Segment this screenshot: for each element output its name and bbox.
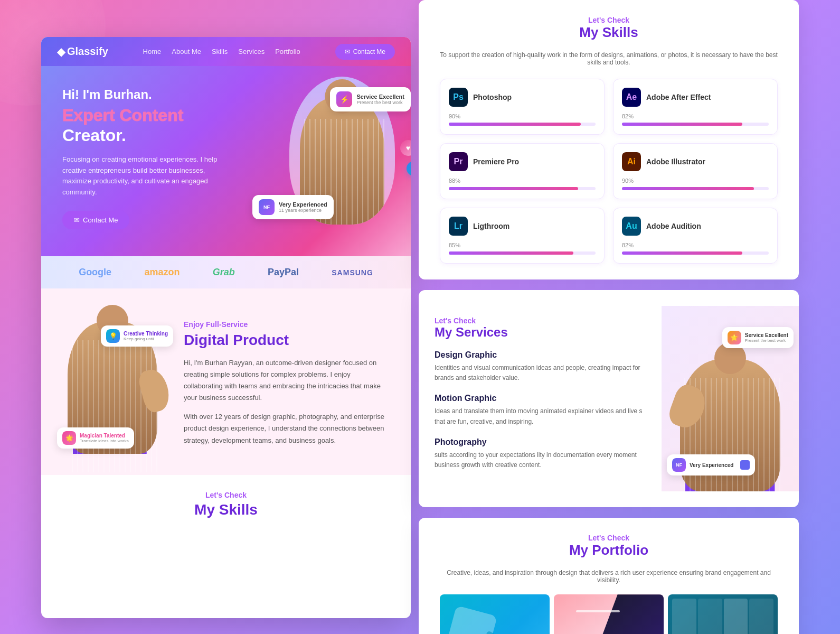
magician-card-text: Magician Talented Translate ideas into w…	[80, 433, 129, 443]
services-panel: Let's Check My Services Design Graphic I…	[419, 290, 799, 507]
skill-bar-bg-1	[622, 123, 769, 126]
digital-content: Enjoy Full-Service Digital Product Hi, I…	[184, 310, 390, 454]
digital-title: Digital Product	[184, 332, 390, 349]
nav-logo: ◆ Glassify	[57, 45, 108, 58]
brands-section: Google amazon Grab PayPal SAMSUNG	[41, 256, 411, 288]
skills-teaser-section: Let's Check My Skills	[41, 475, 411, 534]
samsung-logo: SAMSUNG	[332, 268, 373, 277]
skill-card-4: Lr Ligthroom 85%	[440, 208, 605, 264]
services-float-text: Service Excellent Present the best work	[745, 332, 788, 343]
service-excellent-card: ⚡ Service Excellent Present the best wor…	[330, 87, 411, 111]
magician-talented-card: 🌟 Magician Talented Translate ideas into…	[57, 427, 134, 449]
service-sub: Present the best work	[356, 100, 404, 105]
service-title: Service Excellent	[356, 94, 404, 100]
portfolio-subtitle: Let's Check	[440, 534, 778, 542]
creative-icon: 💡	[106, 329, 120, 343]
grab-logo: Grab	[213, 267, 235, 278]
nav-contact-button[interactable]: ✉ Contact Me	[335, 44, 395, 60]
service-item-desc-1: Ideas and translate them into moving ani…	[435, 406, 646, 426]
skill-bar-fill-3	[622, 187, 754, 190]
logo-text: Glassify	[67, 45, 108, 58]
nav-portfolio[interactable]: Portfolio	[275, 48, 300, 55]
skills-teaser-subtitle: Let's Check	[62, 491, 390, 499]
skill-header-3: Ai Adobe Illustrator	[622, 152, 769, 171]
skill-bar-bg-0	[449, 123, 596, 126]
skill-card-3: Ai Adobe Illustrator 90%	[613, 143, 778, 199]
digital-shirt-pattern	[68, 340, 157, 472]
magician-title: Magician Talented	[80, 433, 129, 439]
portfolio-item-2[interactable]	[554, 594, 664, 634]
skills-description: To support the creation of high-quality …	[440, 51, 778, 66]
skill-header-1: Ae Adobe After Effect	[622, 88, 769, 107]
services-float-icon: ⭐	[728, 331, 741, 344]
skill-bar-fill-4	[449, 251, 573, 255]
skill-header-0: Ps Photoshop	[449, 88, 596, 107]
services-float-sub: Present the best work	[745, 338, 788, 343]
service-item-desc-2: sults according to your expectations lit…	[435, 450, 646, 470]
magician-icon: 🌟	[62, 431, 76, 445]
skill-pct-3: 90%	[622, 178, 769, 184]
skill-pct-1: 82%	[622, 113, 769, 119]
nav-links: Home About Me Skills Services Portfolio	[143, 48, 300, 55]
stripe-4	[749, 599, 773, 634]
portfolio-panel: Let's Check My Portfolio Creative, ideas…	[419, 518, 799, 634]
service-item-title-0: Design Graphic	[435, 350, 646, 360]
service-item-title-2: Photography	[435, 437, 646, 447]
skill-pct-4: 85%	[449, 242, 596, 248]
skills-panel: Let's Check My Skills To support the cre…	[419, 0, 799, 279]
skill-name-5: Adobe Audition	[646, 222, 701, 230]
hero-contact-button[interactable]: ✉ Contact Me	[62, 211, 129, 229]
skill-name-3: Adobe Illustrator	[646, 157, 705, 166]
portfolio-item-3[interactable]	[668, 594, 778, 634]
portfolio-description: Creative, ideas, and inspiration through…	[440, 569, 778, 584]
right-column: Let's Check My Skills To support the cre…	[419, 0, 799, 634]
skill-icon-5: Au	[622, 217, 641, 236]
services-text: Let's Check My Services Design Graphic I…	[419, 306, 662, 491]
google-logo: Google	[79, 267, 111, 278]
exp-sub: 11 years experience	[279, 208, 327, 213]
digital-section: 💡 Creative Thinking Keep going until 🌟 M…	[41, 288, 411, 475]
service-card-icon: ⚡	[336, 91, 352, 107]
skills-teaser-title: My Skills	[62, 501, 390, 518]
nav-about[interactable]: About Me	[172, 48, 201, 55]
skill-bar-fill-0	[449, 123, 581, 126]
exp-card-text: Very Experienced 11 years experience	[279, 201, 327, 213]
digital-desc1: Hi, I'm Burhan Rayyan, an outcome-driven…	[184, 357, 390, 404]
services-header: Let's Check My Services	[435, 316, 646, 340]
skill-icon-4: Lr	[449, 217, 468, 236]
exp-card-icon: NF	[259, 199, 275, 215]
creative-sub: Keep going until	[124, 337, 168, 341]
portfolio-title: My Portfolio	[440, 542, 778, 558]
service-item-title-1: Motion Graphic	[435, 394, 646, 403]
creative-thinking-card: 💡 Creative Thinking Keep going until	[101, 325, 173, 347]
skill-card-0: Ps Photoshop 90%	[440, 79, 605, 135]
portfolio-item-1[interactable]	[440, 594, 550, 634]
services-exp-icon: NF	[672, 458, 686, 472]
service-item-1: Motion Graphic Ideas and translate them …	[435, 394, 646, 426]
stripe-3	[724, 599, 748, 634]
skill-header-5: Au Adobe Audition	[622, 217, 769, 236]
heart-icon-float: ♥	[400, 140, 411, 156]
skill-name-0: Photoshop	[473, 93, 512, 101]
nav-skills[interactable]: Skills	[212, 48, 228, 55]
skill-bar-bg-5	[622, 251, 769, 255]
services-exp-card: NF Very Experienced	[667, 454, 755, 476]
skill-name-1: Adobe After Effect	[646, 93, 711, 101]
digital-subtitle: Enjoy Full-Service	[184, 320, 390, 329]
services-person-area: ⭐ Service Excellent Present the best wor…	[662, 306, 799, 491]
services-square-badge	[740, 460, 750, 470]
skill-name-2: Premiere Pro	[473, 157, 519, 166]
skill-card-1: Ae Adobe After Effect 82%	[613, 79, 778, 135]
creative-title: Creative Thinking	[124, 331, 168, 337]
skill-icon-2: Pr	[449, 152, 468, 171]
skill-card-5: Au Adobe Audition 82%	[613, 208, 778, 264]
nav-home[interactable]: Home	[143, 48, 162, 55]
hero-title: Expert Content Creator.	[62, 105, 231, 146]
magician-sub: Translate ideas into works	[80, 439, 129, 443]
exp-title: Very Experienced	[279, 201, 327, 208]
stripe-1	[672, 599, 696, 634]
nav-services[interactable]: Services	[238, 48, 265, 55]
skill-bar-bg-4	[449, 251, 596, 255]
skills-title: My Skills	[440, 24, 778, 41]
portfolio-grid	[440, 594, 778, 634]
